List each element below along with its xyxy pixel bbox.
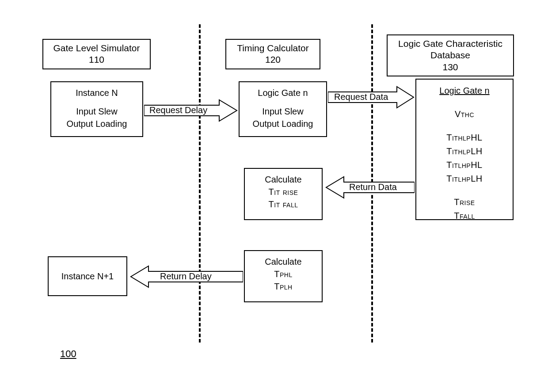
node-db-logic-gate-n: Logic Gate n Vthc TithlpHL TithlpLH Titl… <box>415 79 514 220</box>
arrow-return-data: Return Data <box>323 175 415 200</box>
header-title: Logic Gate Characteristic Database <box>391 38 510 61</box>
node-title: Logic Gate n <box>244 87 322 99</box>
db-trise: Trise <box>422 195 507 209</box>
arrow-label: Return Delay <box>160 271 212 282</box>
header-id: 130 <box>391 61 510 73</box>
arrow-label: Request Data <box>334 92 388 102</box>
node-line: Input Slew <box>56 105 138 118</box>
header-logic-gate-database: Logic Gate Characteristic Database 130 <box>387 34 514 76</box>
node-calculate-tp: Calculate Tphl Tplh <box>244 250 323 302</box>
node-line: Input Slew <box>244 105 322 118</box>
node-line: Tit fall <box>249 198 317 210</box>
header-title: Gate Level Simulator <box>47 42 146 54</box>
header-title: Timing Calculator <box>230 42 316 54</box>
node-line: Tplh <box>249 280 317 293</box>
header-timing-calculator: Timing Calculator 120 <box>225 39 320 69</box>
node-line: Tit rise <box>249 186 317 198</box>
node-line: Tphl <box>249 268 317 280</box>
node-line: Output Loading <box>56 118 138 130</box>
node-title: Calculate <box>249 255 317 268</box>
db-param: TithlpHL <box>422 131 507 145</box>
diagram-canvas: Gate Level Simulator 110 Timing Calculat… <box>0 0 548 392</box>
db-title: Logic Gate n <box>422 84 507 98</box>
node-line: Output Loading <box>244 118 322 130</box>
node-calculate-tit: Calculate Tit rise Tit fall <box>244 168 323 220</box>
node-logic-gate-n-inputs: Logic Gate n Input Slew Output Loading <box>239 81 327 137</box>
db-param: TithlpLH <box>422 145 507 158</box>
header-id: 120 <box>230 54 316 65</box>
arrow-label: Request Delay <box>149 105 207 115</box>
node-instance-n-plus-1: Instance N+1 <box>48 256 127 296</box>
figure-reference: 100 <box>60 348 76 360</box>
header-gate-level-simulator: Gate Level Simulator 110 <box>42 39 151 69</box>
node-title: Instance N <box>56 87 138 99</box>
arrow-label: Return Data <box>349 182 397 192</box>
node-title: Calculate <box>249 173 317 186</box>
header-id: 110 <box>47 54 146 65</box>
db-vthc: Vthc <box>422 107 507 121</box>
arrow-request-delay: Request Delay <box>144 98 238 123</box>
arrow-request-data: Request Data <box>328 85 415 110</box>
db-param: TitlhpLH <box>422 172 507 186</box>
node-instance-n: Instance N Input Slew Output Loading <box>50 81 143 137</box>
node-title: Instance N+1 <box>61 270 114 282</box>
db-tfall: Tfall <box>422 209 507 223</box>
arrow-return-delay: Return Delay <box>128 264 243 289</box>
db-param: TitlhpHL <box>422 158 507 172</box>
column-separator-1 <box>199 24 201 343</box>
